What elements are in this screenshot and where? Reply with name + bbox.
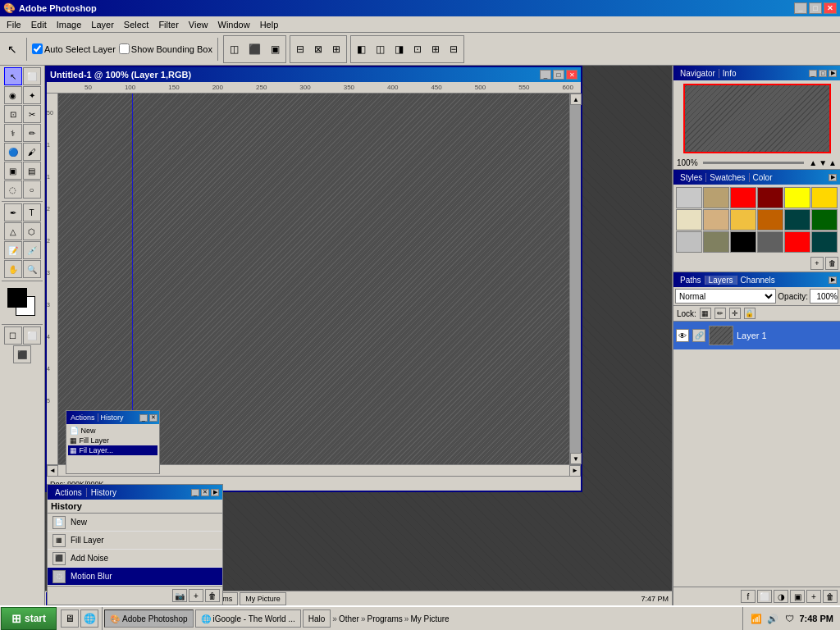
- swatch-14[interactable]: [703, 231, 729, 253]
- arr-left-button[interactable]: ◧: [353, 38, 370, 61]
- layer-link[interactable]: 🔗: [692, 329, 705, 342]
- swatch-13[interactable]: [676, 231, 702, 253]
- layers-expand[interactable]: ▶: [829, 276, 837, 284]
- history-new-btn[interactable]: +: [189, 589, 203, 602]
- layers-group-btn[interactable]: ▣: [790, 590, 805, 603]
- selection-tool[interactable]: ↖: [4, 67, 22, 85]
- history-item-noise[interactable]: ⬛ Add Noise: [48, 550, 222, 568]
- swatch-5[interactable]: [784, 187, 810, 208]
- start-button[interactable]: ⊞ start: [1, 607, 57, 630]
- blend-mode-select[interactable]: Normal: [675, 289, 776, 304]
- swatch-18[interactable]: [811, 231, 838, 253]
- taskbar-item-ie[interactable]: 🌐 iGoogle - The World ...: [195, 609, 301, 628]
- lasso-tool[interactable]: ◉: [4, 86, 22, 104]
- show-bounding-box-option[interactable]: Show Bounding Box: [119, 43, 212, 54]
- swatch-2[interactable]: [703, 187, 729, 208]
- taskbar-item-ps[interactable]: 🎨 Adobe Photoshop: [104, 609, 194, 628]
- taskbar-programs-label[interactable]: Programs: [367, 614, 402, 623]
- screen-mode[interactable]: ⬛: [13, 345, 31, 363]
- bounding-box-checkbox[interactable]: [119, 43, 130, 54]
- swatch-16[interactable]: [757, 231, 783, 253]
- history-tab-small[interactable]: History: [98, 413, 126, 422]
- close-button[interactable]: ✕: [824, 2, 837, 14]
- history-item-fill[interactable]: ▦ Fill Layer: [48, 532, 222, 550]
- menu-edit[interactable]: Edit: [26, 18, 52, 31]
- swatch-4[interactable]: [757, 187, 783, 208]
- align-left-button[interactable]: ◫: [226, 38, 243, 61]
- swatch-7[interactable]: [676, 209, 702, 231]
- hand-tool[interactable]: ✋: [4, 260, 22, 278]
- eraser-tool[interactable]: ▣: [4, 162, 22, 180]
- paths-tab[interactable]: Paths: [677, 276, 705, 285]
- swatch-11[interactable]: [784, 209, 810, 231]
- zoom-out-btn[interactable]: ▼: [819, 158, 827, 167]
- align-right-button[interactable]: ▣: [267, 38, 284, 61]
- dist-mid-button[interactable]: ⊠: [310, 38, 326, 61]
- layers-new-btn[interactable]: +: [806, 590, 821, 603]
- magic-wand-tool[interactable]: ✦: [23, 86, 41, 104]
- taskbar-item-halo[interactable]: Halo: [303, 609, 331, 628]
- swatch-15[interactable]: [730, 231, 756, 253]
- navigator-tab[interactable]: Navigator: [677, 69, 719, 78]
- styles-expand[interactable]: ▶: [829, 174, 837, 181]
- menu-help[interactable]: Help: [255, 18, 284, 31]
- menu-image[interactable]: Image: [52, 18, 87, 31]
- menu-layer[interactable]: Layer: [86, 18, 119, 31]
- swatch-12[interactable]: [811, 209, 838, 231]
- auto-select-layer-option[interactable]: Auto Select Layer: [32, 43, 116, 54]
- path-tool[interactable]: ⬡: [23, 222, 41, 240]
- swatch-10[interactable]: [757, 209, 783, 231]
- color-selector[interactable]: [6, 286, 39, 319]
- scroll-right[interactable]: ►: [569, 465, 581, 477]
- styles-tab[interactable]: Styles: [677, 173, 706, 182]
- lock-transparent[interactable]: ▦: [700, 308, 711, 319]
- lock-position[interactable]: ✛: [729, 308, 741, 319]
- layers-adj-btn[interactable]: ◑: [774, 590, 788, 603]
- text-tool[interactable]: T: [23, 203, 41, 221]
- slice-tool[interactable]: ✂: [23, 105, 41, 123]
- swatch-6[interactable]: [811, 187, 838, 208]
- channels-tab[interactable]: Channels: [737, 276, 778, 285]
- shape-tool[interactable]: △: [4, 222, 22, 240]
- color-tab[interactable]: Color: [750, 173, 776, 182]
- notes-tool[interactable]: 📝: [4, 241, 22, 259]
- history-delete-btn[interactable]: 🗑: [205, 589, 220, 602]
- doc-maximize[interactable]: □: [553, 70, 564, 80]
- menu-file[interactable]: File: [2, 18, 26, 31]
- info-tab[interactable]: Info: [719, 69, 740, 78]
- layers-mask-btn[interactable]: ⬜: [757, 590, 772, 603]
- swatch-1[interactable]: [676, 187, 702, 208]
- actions-tab-small[interactable]: Actions: [68, 413, 98, 422]
- float-close[interactable]: ✕: [149, 414, 158, 422]
- action-item-new[interactable]: 📄 New: [68, 426, 158, 436]
- brush-tool[interactable]: ✏: [23, 124, 41, 142]
- arr-6-button[interactable]: ⊟: [445, 38, 462, 61]
- swatches-tab[interactable]: Swatches: [706, 173, 749, 182]
- dist-top-button[interactable]: ⊟: [292, 38, 308, 61]
- layer-thumbnail[interactable]: [709, 326, 733, 345]
- zoom-in-btn[interactable]: ▲: [809, 158, 817, 167]
- swatch-3[interactable]: [730, 187, 756, 208]
- canvas[interactable]: [58, 94, 569, 464]
- marquee-tool[interactable]: ⬜: [23, 67, 41, 85]
- layers-fx-btn[interactable]: f: [741, 590, 756, 603]
- zoom-expand-btn[interactable]: ▲: [829, 158, 837, 167]
- minimize-button[interactable]: _: [794, 2, 807, 14]
- scroll-down[interactable]: ▼: [570, 453, 582, 464]
- history-brush-tool[interactable]: 🖌: [23, 143, 41, 161]
- arr-5-button[interactable]: ⊞: [427, 38, 444, 61]
- history-menu[interactable]: ▶: [211, 489, 219, 496]
- styles-new-btn[interactable]: +: [810, 257, 824, 270]
- layers-delete-btn[interactable]: 🗑: [823, 590, 838, 603]
- styles-delete-btn[interactable]: 🗑: [825, 257, 838, 270]
- history-minimize[interactable]: _: [191, 489, 199, 496]
- dist-bottom-button[interactable]: ⊞: [328, 38, 345, 61]
- swatch-8[interactable]: [703, 209, 729, 231]
- navigator-preview[interactable]: [683, 84, 831, 153]
- auto-select-checkbox[interactable]: [32, 43, 43, 54]
- taskbar-other-label[interactable]: Other: [339, 614, 359, 623]
- v-scrollbar[interactable]: ▲ ▼: [569, 94, 581, 464]
- blur-tool[interactable]: ◌: [4, 180, 22, 199]
- arr-right-button[interactable]: ◨: [390, 38, 408, 61]
- ql-icon-1[interactable]: 🖥: [61, 609, 79, 628]
